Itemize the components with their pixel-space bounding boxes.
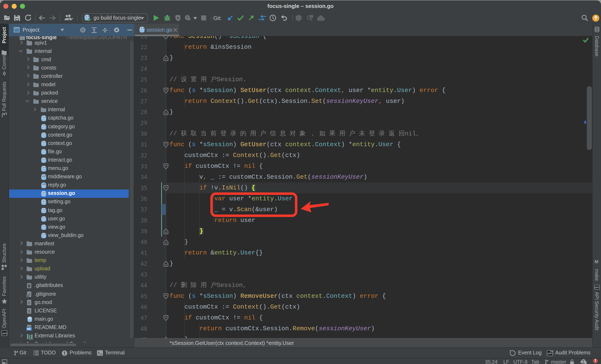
svg-text:/API: /API [548, 352, 553, 355]
svg-text:/API: /API [595, 286, 599, 289]
svg-text:/API: /API [2, 332, 7, 335]
svg-text:?: ? [582, 360, 584, 363]
